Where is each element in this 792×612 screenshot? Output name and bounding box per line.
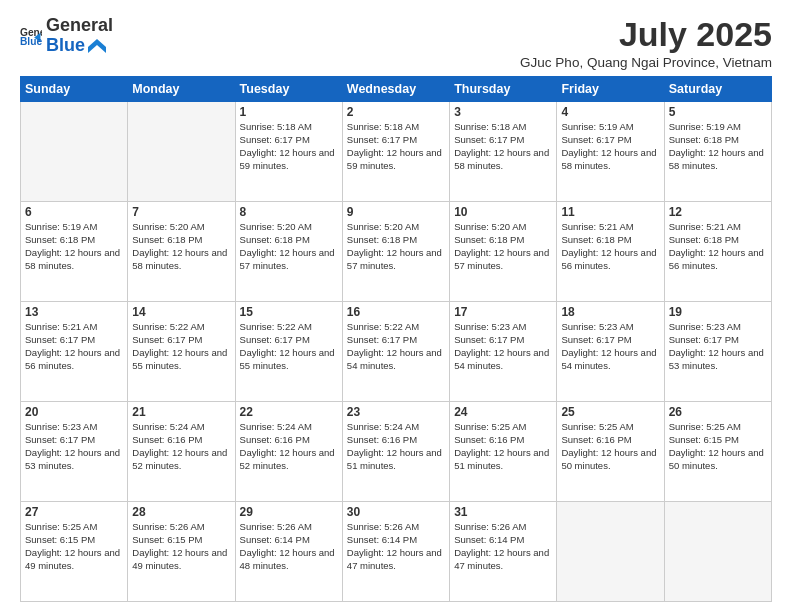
- day-number: 15: [240, 305, 338, 319]
- calendar-cell: 31Sunrise: 5:26 AMSunset: 6:14 PMDayligh…: [450, 502, 557, 602]
- calendar-cell: [557, 502, 664, 602]
- location: GJuc Pho, Quang Ngai Province, Vietnam: [520, 55, 772, 70]
- day-info: Sunrise: 5:20 AMSunset: 6:18 PMDaylight:…: [454, 221, 552, 272]
- month-title: July 2025: [520, 16, 772, 53]
- calendar-cell: 15Sunrise: 5:22 AMSunset: 6:17 PMDayligh…: [235, 302, 342, 402]
- day-info: Sunrise: 5:24 AMSunset: 6:16 PMDaylight:…: [240, 421, 338, 472]
- logo-blue-text: Blue: [46, 36, 85, 56]
- day-number: 26: [669, 405, 767, 419]
- day-number: 10: [454, 205, 552, 219]
- day-number: 31: [454, 505, 552, 519]
- calendar-cell: 5Sunrise: 5:19 AMSunset: 6:18 PMDaylight…: [664, 102, 771, 202]
- calendar-cell: 19Sunrise: 5:23 AMSunset: 6:17 PMDayligh…: [664, 302, 771, 402]
- day-info: Sunrise: 5:23 AMSunset: 6:17 PMDaylight:…: [454, 321, 552, 372]
- calendar-cell: 6Sunrise: 5:19 AMSunset: 6:18 PMDaylight…: [21, 202, 128, 302]
- day-info: Sunrise: 5:21 AMSunset: 6:18 PMDaylight:…: [561, 221, 659, 272]
- weekday-header-friday: Friday: [557, 77, 664, 102]
- day-number: 28: [132, 505, 230, 519]
- day-number: 6: [25, 205, 123, 219]
- day-number: 23: [347, 405, 445, 419]
- logo: General Blue General Blue: [20, 16, 113, 56]
- calendar-cell: 8Sunrise: 5:20 AMSunset: 6:18 PMDaylight…: [235, 202, 342, 302]
- calendar-table: SundayMondayTuesdayWednesdayThursdayFrid…: [20, 76, 772, 602]
- day-info: Sunrise: 5:20 AMSunset: 6:18 PMDaylight:…: [240, 221, 338, 272]
- calendar-cell: 23Sunrise: 5:24 AMSunset: 6:16 PMDayligh…: [342, 402, 449, 502]
- day-info: Sunrise: 5:22 AMSunset: 6:17 PMDaylight:…: [347, 321, 445, 372]
- day-number: 8: [240, 205, 338, 219]
- day-number: 22: [240, 405, 338, 419]
- day-info: Sunrise: 5:24 AMSunset: 6:16 PMDaylight:…: [347, 421, 445, 472]
- calendar-cell: 29Sunrise: 5:26 AMSunset: 6:14 PMDayligh…: [235, 502, 342, 602]
- calendar-cell: 13Sunrise: 5:21 AMSunset: 6:17 PMDayligh…: [21, 302, 128, 402]
- day-number: 30: [347, 505, 445, 519]
- calendar-cell: 25Sunrise: 5:25 AMSunset: 6:16 PMDayligh…: [557, 402, 664, 502]
- day-info: Sunrise: 5:18 AMSunset: 6:17 PMDaylight:…: [240, 121, 338, 172]
- weekday-header-saturday: Saturday: [664, 77, 771, 102]
- day-info: Sunrise: 5:26 AMSunset: 6:14 PMDaylight:…: [240, 521, 338, 572]
- calendar-week-2: 13Sunrise: 5:21 AMSunset: 6:17 PMDayligh…: [21, 302, 772, 402]
- day-info: Sunrise: 5:23 AMSunset: 6:17 PMDaylight:…: [669, 321, 767, 372]
- day-number: 25: [561, 405, 659, 419]
- calendar-body: 1Sunrise: 5:18 AMSunset: 6:17 PMDaylight…: [21, 102, 772, 602]
- title-block: July 2025 GJuc Pho, Quang Ngai Province,…: [520, 16, 772, 70]
- calendar-cell: 11Sunrise: 5:21 AMSunset: 6:18 PMDayligh…: [557, 202, 664, 302]
- day-number: 12: [669, 205, 767, 219]
- day-number: 19: [669, 305, 767, 319]
- day-info: Sunrise: 5:26 AMSunset: 6:14 PMDaylight:…: [454, 521, 552, 572]
- day-number: 21: [132, 405, 230, 419]
- calendar-cell: 10Sunrise: 5:20 AMSunset: 6:18 PMDayligh…: [450, 202, 557, 302]
- calendar-cell: 1Sunrise: 5:18 AMSunset: 6:17 PMDaylight…: [235, 102, 342, 202]
- day-info: Sunrise: 5:21 AMSunset: 6:17 PMDaylight:…: [25, 321, 123, 372]
- day-info: Sunrise: 5:25 AMSunset: 6:16 PMDaylight:…: [561, 421, 659, 472]
- day-info: Sunrise: 5:19 AMSunset: 6:18 PMDaylight:…: [669, 121, 767, 172]
- day-number: 24: [454, 405, 552, 419]
- calendar-week-0: 1Sunrise: 5:18 AMSunset: 6:17 PMDaylight…: [21, 102, 772, 202]
- logo-icon: General Blue: [20, 25, 42, 47]
- svg-text:Blue: Blue: [20, 36, 42, 47]
- page: General Blue General Blue July 2025 GJuc…: [0, 0, 792, 612]
- day-number: 16: [347, 305, 445, 319]
- day-number: 18: [561, 305, 659, 319]
- day-info: Sunrise: 5:24 AMSunset: 6:16 PMDaylight:…: [132, 421, 230, 472]
- weekday-header-thursday: Thursday: [450, 77, 557, 102]
- header: General Blue General Blue July 2025 GJuc…: [20, 16, 772, 70]
- day-info: Sunrise: 5:20 AMSunset: 6:18 PMDaylight:…: [132, 221, 230, 272]
- calendar-cell: 2Sunrise: 5:18 AMSunset: 6:17 PMDaylight…: [342, 102, 449, 202]
- weekday-header-tuesday: Tuesday: [235, 77, 342, 102]
- day-info: Sunrise: 5:25 AMSunset: 6:15 PMDaylight:…: [25, 521, 123, 572]
- calendar-cell: 18Sunrise: 5:23 AMSunset: 6:17 PMDayligh…: [557, 302, 664, 402]
- day-info: Sunrise: 5:18 AMSunset: 6:17 PMDaylight:…: [454, 121, 552, 172]
- calendar-cell: [128, 102, 235, 202]
- wave-icon: [88, 39, 106, 53]
- weekday-header-monday: Monday: [128, 77, 235, 102]
- calendar-cell: [21, 102, 128, 202]
- day-info: Sunrise: 5:19 AMSunset: 6:17 PMDaylight:…: [561, 121, 659, 172]
- calendar-cell: 9Sunrise: 5:20 AMSunset: 6:18 PMDaylight…: [342, 202, 449, 302]
- day-number: 4: [561, 105, 659, 119]
- calendar-cell: 16Sunrise: 5:22 AMSunset: 6:17 PMDayligh…: [342, 302, 449, 402]
- calendar-cell: 20Sunrise: 5:23 AMSunset: 6:17 PMDayligh…: [21, 402, 128, 502]
- weekday-header-wednesday: Wednesday: [342, 77, 449, 102]
- calendar-cell: 7Sunrise: 5:20 AMSunset: 6:18 PMDaylight…: [128, 202, 235, 302]
- day-info: Sunrise: 5:26 AMSunset: 6:14 PMDaylight:…: [347, 521, 445, 572]
- day-info: Sunrise: 5:21 AMSunset: 6:18 PMDaylight:…: [669, 221, 767, 272]
- day-number: 5: [669, 105, 767, 119]
- calendar-cell: 24Sunrise: 5:25 AMSunset: 6:16 PMDayligh…: [450, 402, 557, 502]
- calendar-cell: 26Sunrise: 5:25 AMSunset: 6:15 PMDayligh…: [664, 402, 771, 502]
- calendar-cell: 28Sunrise: 5:26 AMSunset: 6:15 PMDayligh…: [128, 502, 235, 602]
- calendar-cell: 30Sunrise: 5:26 AMSunset: 6:14 PMDayligh…: [342, 502, 449, 602]
- day-info: Sunrise: 5:18 AMSunset: 6:17 PMDaylight:…: [347, 121, 445, 172]
- calendar-cell: [664, 502, 771, 602]
- calendar-header: SundayMondayTuesdayWednesdayThursdayFrid…: [21, 77, 772, 102]
- day-number: 17: [454, 305, 552, 319]
- day-number: 7: [132, 205, 230, 219]
- day-info: Sunrise: 5:22 AMSunset: 6:17 PMDaylight:…: [240, 321, 338, 372]
- day-number: 3: [454, 105, 552, 119]
- calendar-cell: 21Sunrise: 5:24 AMSunset: 6:16 PMDayligh…: [128, 402, 235, 502]
- day-number: 20: [25, 405, 123, 419]
- day-number: 1: [240, 105, 338, 119]
- calendar-week-3: 20Sunrise: 5:23 AMSunset: 6:17 PMDayligh…: [21, 402, 772, 502]
- day-info: Sunrise: 5:20 AMSunset: 6:18 PMDaylight:…: [347, 221, 445, 272]
- calendar-cell: 22Sunrise: 5:24 AMSunset: 6:16 PMDayligh…: [235, 402, 342, 502]
- day-number: 2: [347, 105, 445, 119]
